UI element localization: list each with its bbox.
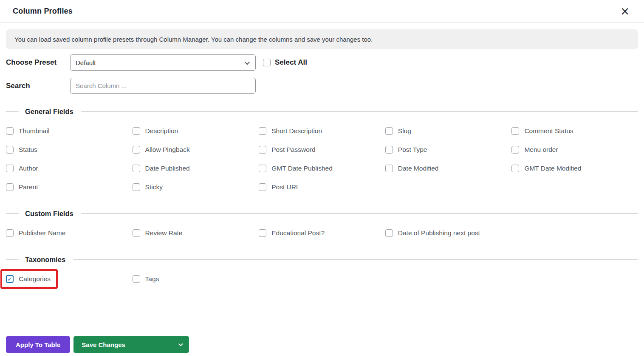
- checkbox-grid: ✓CategoriesTags: [6, 274, 638, 284]
- checkbox-label: Menu order: [524, 146, 558, 154]
- select-all-checkbox[interactable]: Select All: [263, 58, 307, 67]
- checkbox-icon[interactable]: [385, 165, 393, 172]
- checkbox-icon[interactable]: [6, 146, 14, 154]
- checkbox-grid: Publisher NameReview RateEducational Pos…: [6, 228, 638, 238]
- checkbox-description[interactable]: Description: [133, 126, 178, 136]
- divider-line: [6, 259, 19, 260]
- close-icon[interactable]: ×: [620, 6, 630, 17]
- checkbox-icon[interactable]: [6, 229, 14, 237]
- checkbox-label: GMT Date Modified: [524, 165, 581, 172]
- checkbox-post-password[interactable]: Post Password: [259, 145, 315, 155]
- choose-preset-label: Choose Preset: [6, 58, 70, 67]
- checkbox-short-description[interactable]: Short Description: [259, 126, 322, 136]
- checkbox-label: Post Password: [271, 146, 315, 154]
- checkbox-icon[interactable]: [259, 229, 266, 237]
- checkbox-icon[interactable]: [133, 146, 140, 154]
- checkbox-icon[interactable]: [6, 165, 14, 172]
- checkbox-allow-pingback[interactable]: Allow Pingback: [133, 145, 190, 155]
- checkbox-icon[interactable]: [385, 127, 393, 135]
- checkbox-icon[interactable]: [133, 229, 140, 237]
- checked-checkbox-icon[interactable]: ✓: [6, 275, 14, 283]
- section-title: Taxonomies: [25, 256, 65, 264]
- checkbox-label: Thumbnail: [19, 127, 49, 135]
- dialog-title: Column Profiles: [13, 7, 73, 16]
- checkbox-icon[interactable]: [133, 127, 140, 135]
- section-header: Taxonomies: [6, 254, 638, 265]
- checkbox-icon[interactable]: [259, 165, 266, 172]
- checkbox-publisher-name[interactable]: Publisher Name: [6, 228, 65, 238]
- chevron-down-icon: [245, 59, 250, 65]
- save-changes-button[interactable]: Save Changes: [73, 336, 189, 353]
- search-label: Search: [6, 82, 70, 90]
- checkbox-menu-order[interactable]: Menu order: [511, 145, 558, 155]
- chevron-down-icon[interactable]: [178, 342, 183, 346]
- checkbox-label: Author: [19, 165, 38, 172]
- checkbox-date-of-publishing-next-post[interactable]: Date of Publishing next post: [385, 228, 480, 238]
- checkbox-grid: ThumbnailDescriptionShort DescriptionSlu…: [6, 126, 638, 192]
- checkbox-gmt-date-modified[interactable]: GMT Date Modified: [511, 163, 581, 174]
- preset-select[interactable]: Default: [70, 54, 256, 71]
- checkbox-label: Short Description: [271, 127, 322, 135]
- checkbox-icon[interactable]: [133, 183, 140, 191]
- checkbox-post-url[interactable]: Post URL: [259, 182, 299, 192]
- checkbox-author[interactable]: Author: [6, 163, 38, 174]
- checkbox-icon[interactable]: [511, 127, 519, 135]
- checkbox-categories[interactable]: ✓Categories: [0, 269, 58, 289]
- checkbox-icon[interactable]: [133, 165, 140, 172]
- checkbox-icon[interactable]: [259, 146, 266, 154]
- checkbox-comment-status[interactable]: Comment Status: [511, 126, 573, 136]
- checkbox-educational-post[interactable]: Educational Post?: [259, 228, 325, 238]
- select-all-label: Select All: [275, 58, 307, 67]
- checkbox-date-modified[interactable]: Date Modified: [385, 163, 439, 174]
- checkbox-sticky[interactable]: Sticky: [133, 182, 163, 192]
- checkbox-thumbnail[interactable]: Thumbnail: [6, 126, 49, 136]
- apply-to-table-button[interactable]: Apply To Table: [6, 336, 70, 353]
- section-general-fields: General FieldsThumbnailDescriptionShort …: [6, 106, 638, 192]
- checkbox-tags[interactable]: Tags: [133, 274, 159, 284]
- checkbox-icon[interactable]: [259, 127, 266, 135]
- checkbox-label: Description: [145, 127, 178, 135]
- checkbox-post-type[interactable]: Post Type: [385, 145, 427, 155]
- search-input[interactable]: [70, 78, 256, 94]
- dialog-header: Column Profiles ×: [0, 0, 644, 23]
- choose-preset-row: Choose Preset Default Select All: [6, 54, 638, 71]
- checkbox-review-rate[interactable]: Review Rate: [133, 228, 183, 238]
- checkbox-label: Status: [19, 146, 37, 154]
- checkbox-slug[interactable]: Slug: [385, 126, 411, 136]
- checkbox-label: Publisher Name: [19, 229, 65, 237]
- checkbox-label: GMT Date Published: [271, 165, 333, 172]
- checkbox-label: Post URL: [271, 183, 299, 191]
- checkbox-status[interactable]: Status: [6, 145, 37, 155]
- divider-line: [81, 111, 638, 112]
- checkmark-icon: ✓: [7, 276, 12, 282]
- checkbox-gmt-date-published[interactable]: GMT Date Published: [259, 163, 333, 174]
- search-row: Search: [6, 78, 638, 94]
- checkbox-icon[interactable]: [385, 229, 393, 237]
- checkbox-label: Comment Status: [524, 127, 573, 135]
- save-changes-label: Save Changes: [82, 341, 125, 348]
- checkbox-label: Sticky: [145, 183, 163, 191]
- section-taxonomies: Taxonomies✓CategoriesTags: [6, 254, 638, 284]
- divider-line: [73, 259, 638, 260]
- checkbox-icon[interactable]: [133, 275, 140, 283]
- checkbox-label: Date Published: [145, 165, 190, 172]
- dialog-body: You can load saved column profile preset…: [0, 23, 644, 332]
- section-custom-fields: Custom FieldsPublisher NameReview RateEd…: [6, 208, 638, 238]
- checkbox-label: Allow Pingback: [145, 146, 190, 154]
- checkbox-icon[interactable]: [385, 146, 393, 154]
- checkbox-icon[interactable]: [6, 127, 14, 135]
- checkbox-icon[interactable]: [259, 183, 266, 191]
- checkbox-date-published[interactable]: Date Published: [133, 163, 190, 174]
- checkbox-icon[interactable]: [263, 59, 271, 66]
- checkbox-icon[interactable]: [511, 165, 519, 172]
- checkbox-icon[interactable]: [6, 183, 14, 191]
- section-header: Custom Fields: [6, 208, 638, 219]
- checkbox-parent[interactable]: Parent: [6, 182, 38, 192]
- preset-select-value: Default: [76, 59, 96, 66]
- info-banner: You can load saved column profile preset…: [6, 29, 638, 49]
- checkbox-icon[interactable]: [511, 146, 519, 154]
- section-header: General Fields: [6, 106, 638, 117]
- checkbox-label: Date of Publishing next post: [398, 229, 480, 237]
- divider-line: [81, 213, 638, 214]
- checkbox-sections: General FieldsThumbnailDescriptionShort …: [6, 106, 638, 284]
